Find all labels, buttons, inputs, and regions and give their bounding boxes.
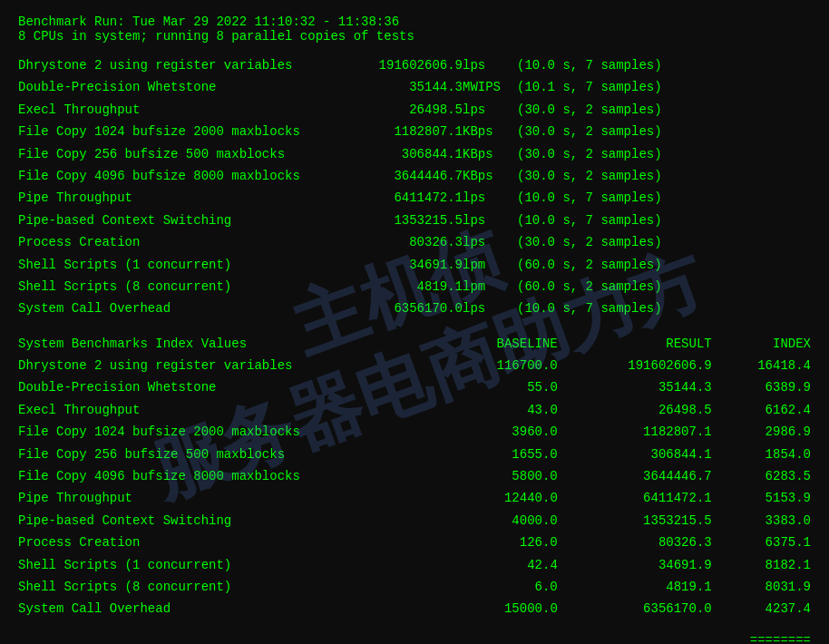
index-row: Execl Throughput 43.0 26498.5 6162.4: [18, 399, 811, 421]
perf-label: Shell Scripts (1 concurrent): [18, 254, 354, 276]
index-label: Double-Precision Whetstone: [18, 376, 425, 398]
index-row: File Copy 4096 bufsize 8000 maxblocks 58…: [18, 465, 811, 487]
index-col-label: System Benchmarks Index Values: [18, 333, 425, 355]
perf-extra: (60.0 s, 2 samples): [517, 254, 811, 276]
perf-unit: KBps: [463, 165, 517, 187]
perf-row: Pipe-based Context Switching 1353215.5 l…: [18, 210, 811, 231]
index-label: Pipe Throughput: [18, 487, 425, 509]
perf-unit: lps: [463, 210, 517, 231]
index-index: 6162.4: [712, 399, 811, 421]
index-index: 8182.1: [712, 554, 811, 576]
perf-label: File Copy 256 bufsize 500 maxblocks: [18, 143, 354, 165]
perf-label: Process Creation: [18, 231, 354, 253]
perf-value: 6411472.1: [354, 187, 463, 209]
perf-unit: MWIPS: [463, 76, 517, 98]
perf-extra: (10.0 s, 7 samples): [517, 298, 811, 319]
index-table: System Benchmarks Index Values BASELINE …: [18, 333, 811, 620]
perf-row: System Call Overhead 6356170.0 lps (10.0…: [18, 298, 811, 319]
index-index: 16418.4: [712, 355, 811, 376]
header-line2: 8 CPUs in system; running 8 parallel cop…: [18, 29, 811, 44]
perf-unit: lpm: [463, 254, 517, 276]
index-label: Execl Throughput: [18, 399, 425, 421]
index-label: File Copy 1024 bufsize 2000 maxblocks: [18, 421, 425, 443]
perf-value: 34691.9: [354, 254, 463, 276]
index-result: 34691.9: [558, 554, 712, 576]
perf-extra: (30.0 s, 2 samples): [517, 165, 811, 187]
index-index: 1854.0: [712, 444, 811, 465]
index-index: 8031.9: [712, 576, 811, 598]
index-row: System Call Overhead 15000.0 6356170.0 4…: [18, 598, 811, 620]
perf-value: 4819.1: [354, 276, 463, 298]
perf-value: 191602606.9: [354, 54, 463, 76]
index-result: 26498.5: [558, 399, 712, 421]
perf-extra: (10.0 s, 7 samples): [517, 54, 811, 76]
index-index: 5153.9: [712, 487, 811, 509]
perf-value: 1353215.5: [354, 210, 463, 231]
perf-extra: (30.0 s, 2 samples): [517, 143, 811, 165]
index-baseline: 55.0: [425, 376, 558, 398]
index-label: Pipe-based Context Switching: [18, 510, 425, 532]
perf-unit: lps: [463, 99, 517, 121]
index-result: 1353215.5: [558, 510, 712, 532]
index-result: 35144.3: [558, 376, 712, 398]
index-label: File Copy 4096 bufsize 8000 maxblocks: [18, 465, 425, 487]
index-index: 2986.9: [712, 421, 811, 443]
perf-unit: lps: [463, 298, 517, 319]
index-row: Dhrystone 2 using register variables 116…: [18, 355, 811, 376]
index-result: 80326.3: [558, 532, 712, 553]
perf-unit: lpm: [463, 276, 517, 298]
perf-label: Dhrystone 2 using register variables: [18, 54, 354, 76]
perf-value: 6356170.0: [354, 298, 463, 319]
performance-table: Dhrystone 2 using register variables 191…: [18, 54, 811, 320]
perf-label: Double-Precision Whetstone: [18, 76, 354, 98]
perf-value: 26498.5: [354, 99, 463, 121]
perf-label: Pipe Throughput: [18, 187, 354, 209]
perf-row: Shell Scripts (8 concurrent) 4819.1 lpm …: [18, 276, 811, 298]
index-index: 6375.1: [712, 532, 811, 553]
perf-label: Pipe-based Context Switching: [18, 210, 354, 231]
index-result: 6411472.1: [558, 487, 712, 509]
index-baseline: 5800.0: [425, 465, 558, 487]
index-row: Pipe Throughput 12440.0 6411472.1 5153.9: [18, 487, 811, 509]
index-baseline: 3960.0: [425, 421, 558, 443]
index-row: Shell Scripts (1 concurrent) 42.4 34691.…: [18, 554, 811, 576]
perf-value: 1182807.1: [354, 121, 463, 142]
header-line1: Benchmark Run: Tue Mar 29 2022 11:10:32 …: [18, 15, 811, 29]
index-baseline: 1655.0: [425, 444, 558, 465]
perf-row: File Copy 256 bufsize 500 maxblocks 3068…: [18, 143, 811, 165]
index-row: Pipe-based Context Switching 4000.0 1353…: [18, 510, 811, 532]
index-result: 1182807.1: [558, 421, 712, 443]
index-col-result: RESULT: [558, 333, 712, 355]
perf-extra: (10.0 s, 7 samples): [517, 187, 811, 209]
perf-row: Process Creation 80326.3 lps (30.0 s, 2 …: [18, 231, 811, 253]
perf-row: Dhrystone 2 using register variables 191…: [18, 54, 811, 76]
index-col-baseline: BASELINE: [425, 333, 558, 355]
index-index: 6389.9: [712, 376, 811, 398]
perf-extra: (10.1 s, 7 samples): [517, 76, 811, 98]
perf-row: Execl Throughput 26498.5 lps (30.0 s, 2 …: [18, 99, 811, 121]
perf-row: Pipe Throughput 6411472.1 lps (10.0 s, 7…: [18, 187, 811, 209]
index-label: System Call Overhead: [18, 598, 425, 620]
index-row: Shell Scripts (8 concurrent) 6.0 4819.1 …: [18, 576, 811, 598]
index-baseline: 126.0: [425, 532, 558, 553]
index-row: Double-Precision Whetstone 55.0 35144.3 …: [18, 376, 811, 398]
index-label: File Copy 256 bufsize 500 maxblocks: [18, 444, 425, 465]
index-baseline: 43.0: [425, 399, 558, 421]
index-index: 3383.0: [712, 510, 811, 532]
index-label: Process Creation: [18, 532, 425, 553]
perf-row: File Copy 4096 bufsize 8000 maxblocks 36…: [18, 165, 811, 187]
perf-extra: (60.0 s, 2 samples): [517, 276, 811, 298]
index-label: Shell Scripts (8 concurrent): [18, 576, 425, 598]
index-baseline: 6.0: [425, 576, 558, 598]
perf-extra: (30.0 s, 2 samples): [517, 231, 811, 253]
perf-unit: lps: [463, 231, 517, 253]
perf-value: 35144.3: [354, 76, 463, 98]
index-baseline: 116700.0: [425, 355, 558, 376]
perf-value: 306844.1: [354, 143, 463, 165]
index-baseline: 42.4: [425, 554, 558, 576]
index-baseline: 4000.0: [425, 510, 558, 532]
perf-unit: KBps: [463, 143, 517, 165]
index-result: 4819.1: [558, 576, 712, 598]
index-header-row: System Benchmarks Index Values BASELINE …: [18, 333, 811, 355]
index-result: 3644446.7: [558, 465, 712, 487]
